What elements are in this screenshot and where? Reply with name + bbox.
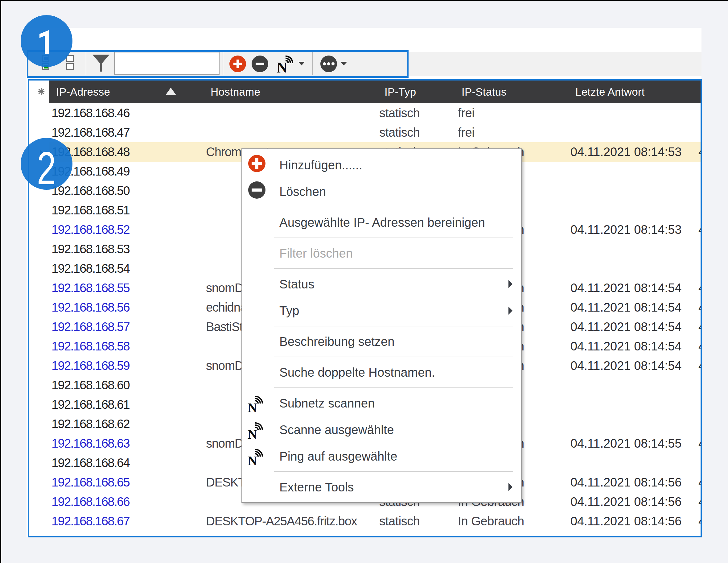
svg-text:N: N <box>248 454 257 466</box>
svg-text:N: N <box>248 427 257 439</box>
svg-text:N: N <box>248 401 257 413</box>
svg-text:N: N <box>277 59 287 73</box>
